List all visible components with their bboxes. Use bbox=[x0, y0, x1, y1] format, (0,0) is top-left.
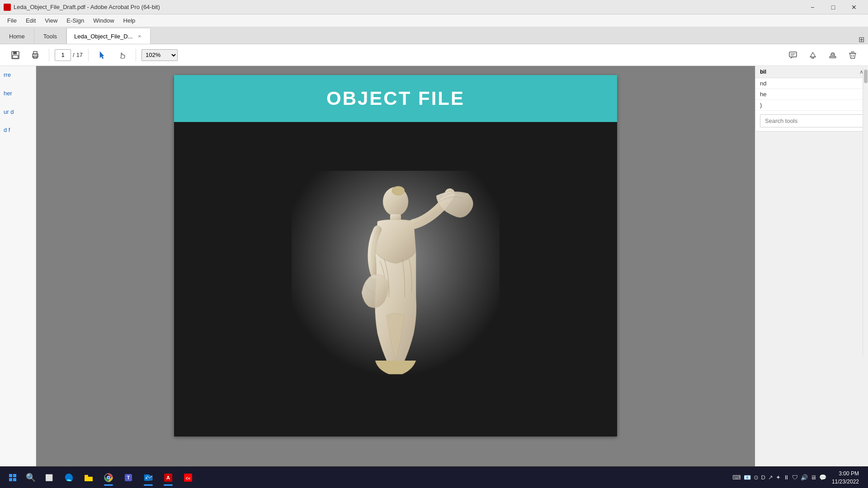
search-tools-input[interactable] bbox=[760, 114, 863, 127]
taskbar-explorer[interactable] bbox=[80, 469, 98, 487]
chrome-icon bbox=[104, 473, 113, 483]
print-button[interactable] bbox=[27, 47, 43, 63]
tray-taskbar-icon5[interactable]: ⏸ bbox=[783, 474, 789, 481]
right-scrollbar[interactable] bbox=[863, 68, 868, 357]
taskbar: 🔍 ⬜ bbox=[0, 466, 868, 488]
main-area: rre her ur d d f OBJECT FILE bbox=[0, 66, 868, 466]
tray-network[interactable]: 🖥 bbox=[811, 474, 816, 481]
menu-view[interactable]: View bbox=[41, 16, 61, 25]
svg-rect-11 bbox=[830, 56, 836, 58]
windows-icon bbox=[9, 474, 16, 481]
left-text-2: her bbox=[2, 88, 34, 99]
comment-icon bbox=[788, 51, 797, 60]
stamp-button[interactable] bbox=[825, 47, 841, 63]
svg-text:Cc: Cc bbox=[186, 476, 191, 480]
svg-rect-2 bbox=[13, 55, 18, 58]
svg-point-18 bbox=[392, 186, 405, 195]
svg-text:o: o bbox=[146, 476, 147, 479]
taskbar-chrome[interactable] bbox=[99, 469, 118, 487]
menu-edit[interactable]: Edit bbox=[22, 16, 39, 25]
system-tray: ⌨ 📧 ⊙ D ↗ ✦ ⏸ 🛡 🔊 🖥 💬 bbox=[732, 474, 826, 481]
highlight-button[interactable] bbox=[805, 47, 821, 63]
tab-tools[interactable]: Tools bbox=[34, 28, 66, 44]
taskbar-taskview[interactable]: ⬜ bbox=[40, 469, 58, 487]
right-panel: bil ∧ nd he ) bbox=[755, 66, 868, 131]
hand-tool-button[interactable] bbox=[114, 47, 130, 63]
tray-outlook[interactable]: 📧 bbox=[744, 474, 751, 481]
taskbar-time-display: 3:00 PM bbox=[832, 469, 859, 478]
close-button[interactable]: ✕ bbox=[844, 0, 864, 14]
right-panel-label: bil bbox=[760, 69, 859, 75]
add-panel-button[interactable]: ⊞ bbox=[859, 35, 864, 44]
statue-image bbox=[292, 171, 500, 388]
page-number-input[interactable]: 1 bbox=[55, 49, 71, 61]
tray-taskbar-icon1[interactable]: ⊙ bbox=[754, 474, 759, 481]
delete-button[interactable] bbox=[844, 47, 861, 63]
start-button[interactable] bbox=[4, 469, 22, 487]
pdf-image-area bbox=[174, 122, 617, 436]
highlight-icon bbox=[808, 51, 817, 60]
menu-window[interactable]: Window bbox=[90, 16, 118, 25]
taskbar-cc[interactable]: Cc bbox=[179, 469, 197, 487]
app-title: Leda_Object_File_Draft.pdf - Adobe Acrob… bbox=[14, 4, 160, 10]
taskbar-teams[interactable]: T bbox=[119, 469, 137, 487]
explorer-icon bbox=[84, 473, 94, 483]
taskbar-acrobat[interactable]: A bbox=[159, 469, 177, 487]
right-text-he: he bbox=[755, 89, 868, 100]
zoom-select[interactable]: 102% 50% 75% 100% 125% 150% 200% bbox=[142, 49, 178, 61]
maximize-button[interactable]: □ bbox=[823, 0, 844, 14]
svg-point-12 bbox=[832, 54, 834, 56]
app-icon bbox=[4, 4, 11, 11]
taskbar-apps: T o A Cc bbox=[60, 469, 197, 487]
print-icon bbox=[31, 51, 40, 60]
title-bar-left: Leda_Object_File_Draft.pdf - Adobe Acrob… bbox=[4, 4, 160, 11]
taskbar-outlook[interactable]: o bbox=[139, 469, 157, 487]
left-text-4: d f bbox=[2, 125, 34, 136]
right-text-paren: ) bbox=[755, 100, 868, 111]
svg-text:T: T bbox=[127, 475, 130, 480]
menu-help[interactable]: Help bbox=[120, 16, 139, 25]
svg-rect-7 bbox=[789, 52, 797, 57]
save-icon bbox=[11, 51, 20, 60]
taskview-icon: ⬜ bbox=[45, 474, 53, 481]
menu-bar: File Edit View E-Sign Window Help bbox=[0, 14, 868, 27]
save-button[interactable] bbox=[7, 47, 24, 63]
tray-taskbar-icon6[interactable]: 🛡 bbox=[792, 474, 798, 481]
pdf-page: OBJECT FILE bbox=[174, 75, 617, 436]
tab-bar-right: ⊞ bbox=[859, 35, 868, 44]
menu-esign[interactable]: E-Sign bbox=[63, 16, 88, 25]
tray-taskbar-icon3[interactable]: ↗ bbox=[768, 474, 773, 481]
tray-notification[interactable]: 💬 bbox=[819, 474, 826, 481]
svg-point-26 bbox=[108, 476, 110, 479]
stamp-icon bbox=[828, 51, 837, 60]
tray-keyboard[interactable]: ⌨ bbox=[732, 474, 741, 481]
menu-file[interactable]: File bbox=[4, 16, 20, 25]
page-total: 17 bbox=[76, 52, 83, 58]
taskbar-search[interactable]: 🔍 bbox=[22, 469, 40, 487]
left-text-3: ur d bbox=[2, 107, 34, 118]
taskbar-edge[interactable] bbox=[60, 469, 78, 487]
right-text-nd: nd bbox=[755, 78, 868, 89]
svg-text:A: A bbox=[166, 475, 170, 480]
svg-rect-1 bbox=[13, 52, 17, 54]
minimize-button[interactable]: − bbox=[802, 0, 823, 14]
outlook-icon: o bbox=[143, 473, 153, 483]
search-tools-container bbox=[755, 111, 868, 131]
tab-bar: Home Tools Leda_Object_File_D... × ⊞ bbox=[0, 27, 868, 44]
pdf-title: OBJECT FILE bbox=[183, 88, 608, 109]
tab-home[interactable]: Home bbox=[0, 28, 34, 44]
right-panel-wrapper: bil ∧ nd he ) bbox=[755, 66, 868, 466]
toolbar-separator-3 bbox=[136, 49, 136, 61]
tray-taskbar-icon7[interactable]: 🔊 bbox=[801, 474, 808, 481]
taskbar-clock[interactable]: 3:00 PM 11/23/2022 bbox=[826, 469, 864, 486]
select-tool-button[interactable] bbox=[94, 47, 110, 63]
tab-file[interactable]: Leda_Object_File_D... × bbox=[66, 28, 151, 44]
tray-taskbar-icon2[interactable]: D bbox=[761, 474, 765, 481]
tab-close-button[interactable]: × bbox=[136, 33, 142, 40]
scrollbar-thumb[interactable] bbox=[864, 70, 868, 83]
comment-button[interactable] bbox=[785, 47, 801, 63]
right-panel-header: bil ∧ bbox=[755, 66, 868, 78]
pdf-viewer[interactable]: OBJECT FILE bbox=[36, 66, 755, 466]
tray-taskbar-icon4[interactable]: ✦ bbox=[776, 474, 781, 481]
acrobat-icon: A bbox=[163, 473, 173, 483]
